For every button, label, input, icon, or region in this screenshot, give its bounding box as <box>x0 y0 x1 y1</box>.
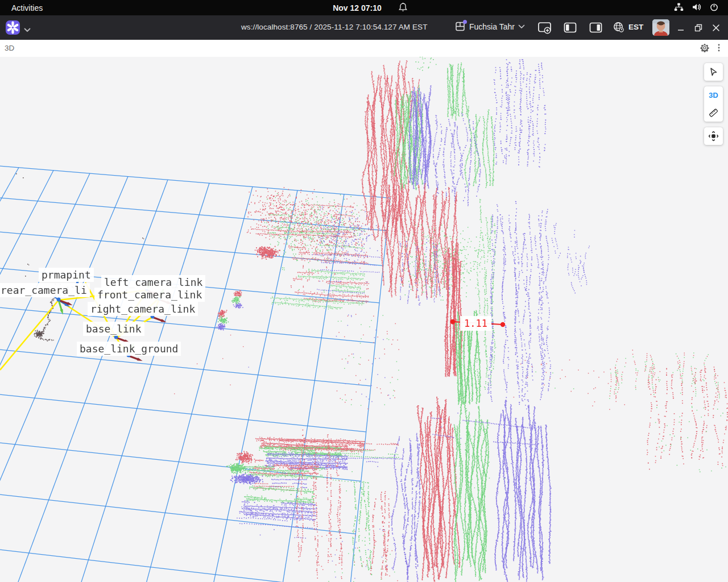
panel-title[interactable]: 3D <box>5 44 14 52</box>
tf-label-right_camera_link: right_camera_link <box>88 302 198 316</box>
timezone-selector[interactable]: EST <box>613 21 643 33</box>
right-sidebar-icon[interactable] <box>589 20 603 37</box>
titlebar-actions <box>537 20 603 37</box>
gnome-clock[interactable]: Nov 12 07:10 <box>333 3 382 13</box>
add-panel-icon[interactable] <box>537 20 552 37</box>
layout-unsaved-dot <box>463 20 467 24</box>
measurement-label: 1.11 <box>460 316 491 331</box>
3d-viewport[interactable]: prmapintrear_camera_lileft_camera_linkfr… <box>0 57 728 582</box>
connection-status-text[interactable]: ws://localhost:8765 / 2025-11-12 7:10:54… <box>241 23 428 31</box>
minimize-button[interactable] <box>672 15 689 40</box>
layout-menu[interactable]: Fuchsia Tahr <box>455 21 525 32</box>
viewport-toolbar: 3D <box>704 63 723 145</box>
network-tree-icon[interactable] <box>674 2 684 14</box>
foxglove-logo[interactable] <box>6 20 20 35</box>
tf-label-base_link_ground: base_link_ground <box>77 342 181 356</box>
pointcloud-canvas[interactable] <box>0 57 728 582</box>
screen: Activities Nov 12 07:10 <box>0 0 728 582</box>
power-icon[interactable] <box>709 2 719 14</box>
layout-grid-icon <box>455 21 466 32</box>
camera-sync-button[interactable] <box>704 127 723 145</box>
notification-bell-icon[interactable] <box>398 2 408 14</box>
panel-header: 3D <box>0 40 728 57</box>
timezone-label: EST <box>628 23 643 31</box>
layout-name: Fuchsia Tahr <box>469 22 515 31</box>
tf-label-base_link: base_link <box>83 322 144 336</box>
panel-settings-gear-icon[interactable] <box>700 43 709 55</box>
publish-pointer-button[interactable] <box>704 63 723 81</box>
tf-label-map-cluster: prmapint <box>39 268 94 282</box>
camera-mode-label: 3D <box>709 91 718 99</box>
user-avatar[interactable] <box>652 19 669 36</box>
left-sidebar-icon[interactable] <box>563 20 577 37</box>
tf-label-rear_camera_link: rear_camera_li <box>0 283 90 297</box>
layout-chevron-icon <box>518 24 525 29</box>
close-button[interactable] <box>707 15 725 40</box>
tf-label-front_camera_link: front_camera_link <box>94 288 205 302</box>
app-title-bar: ws://localhost:8765 / 2025-11-12 7:10:54… <box>0 15 728 40</box>
app-menu-chevron-icon[interactable] <box>24 24 31 35</box>
globe-clock-icon <box>613 21 624 33</box>
volume-icon[interactable] <box>692 2 701 14</box>
panel-more-kebab-icon[interactable] <box>714 43 723 55</box>
gnome-top-bar: Activities Nov 12 07:10 <box>0 0 728 15</box>
gnome-clock-wrap: Nov 12 07:10 <box>0 0 728 15</box>
camera-mode-toggle[interactable]: 3D <box>704 86 723 104</box>
restore-button[interactable] <box>689 15 707 40</box>
panel-actions <box>700 43 723 55</box>
measure-distance-button[interactable] <box>704 104 723 122</box>
window-controls <box>672 15 728 40</box>
